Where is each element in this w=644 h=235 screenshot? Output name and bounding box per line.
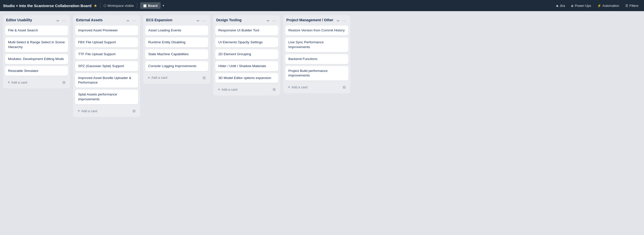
card-c14[interactable]: Console Logging Improvements	[145, 61, 208, 71]
column-design-tooling: Design Tooling⇔···Responsive UI Builder …	[213, 15, 280, 95]
automation-label: Automation	[603, 4, 619, 8]
board-title: Studio + Into the Scaniverse Collaborati…	[3, 4, 92, 8]
column-menu-button-ecs-expansion[interactable]: ···	[201, 18, 207, 23]
card-c16[interactable]: UI Elements Opacity Settings	[215, 37, 278, 47]
column-header-project-management: Project Management / Other⇔···	[285, 18, 348, 23]
column-external-assets: External Assets⇔···Improved Asset Previe…	[73, 15, 140, 117]
column-actions-ecs-expansion: ⇔···	[196, 18, 207, 23]
column-header-external-assets: External Assets⇔···	[75, 18, 138, 23]
column-expand-button-external-assets[interactable]: ⇔	[125, 18, 130, 23]
automation-button[interactable]: ⚡ Automation	[595, 3, 622, 9]
add-card-row-design-tooling: +Add a card⊟	[215, 85, 278, 93]
plus-icon: +	[148, 76, 150, 80]
board-view-button[interactable]: ▦ Board	[140, 2, 161, 9]
workspace-icon: ⬡	[103, 4, 106, 8]
plus-icon: +	[218, 87, 220, 91]
card-c11[interactable]: Asset Loading Events	[145, 26, 208, 35]
column-title-design-tooling: Design Tooling	[216, 18, 266, 22]
column-actions-editor-usability: ⇔···	[55, 18, 67, 23]
template-button-ecs-expansion[interactable]: ⊟	[201, 75, 207, 81]
add-card-button-editor-usability[interactable]: +Add a card	[6, 79, 29, 85]
template-button-design-tooling[interactable]: ⊟	[271, 86, 277, 92]
card-c2[interactable]: Multi-Select & Range Select in Scene Hie…	[5, 37, 68, 52]
add-card-button-external-assets[interactable]: +Add a card	[76, 108, 99, 114]
column-title-external-assets: External Assets	[76, 18, 125, 22]
card-c19[interactable]: 3D Model Editor options expansion	[215, 73, 278, 83]
card-c3[interactable]: Modules: Development Editing Mode	[5, 54, 68, 64]
card-c9[interactable]: Improved Asset Bundle Uploader & Perform…	[75, 73, 138, 88]
filters-button[interactable]: ☰ Filters	[623, 3, 641, 9]
card-c7[interactable]: TTF File Upload Support	[75, 49, 138, 59]
card-c8[interactable]: SPZ (Gaussian Splat) Support	[75, 61, 138, 71]
column-header-editor-usability: Editor Usability⇔···	[5, 18, 68, 23]
template-button-project-management[interactable]: ⊟	[341, 84, 347, 90]
workspace-label: Workspace visible	[108, 4, 134, 8]
jira-label: Jira	[560, 4, 565, 8]
board-menu-chevron[interactable]: ▾	[163, 4, 164, 7]
card-c1[interactable]: File & Asset Search	[5, 26, 68, 35]
add-card-button-ecs-expansion[interactable]: +Add a card	[146, 75, 169, 81]
add-card-label: Add a card	[81, 109, 97, 113]
powerups-button[interactable]: ⬖ Power-Ups	[569, 3, 594, 9]
card-c4[interactable]: Resizable Simulator	[5, 66, 68, 76]
bolt-icon: ⚡	[597, 4, 601, 8]
add-card-row-project-management: +Add a card⊟	[285, 83, 348, 91]
add-card-label: Add a card	[221, 88, 237, 91]
column-project-management: Project Management / Other⇔···Restore Ve…	[283, 15, 350, 93]
board-area: Editor Usability⇔···File & Asset SearchM…	[0, 11, 644, 121]
add-card-label: Add a card	[151, 76, 167, 80]
card-c22[interactable]: Backend Functions	[285, 54, 348, 64]
column-expand-button-project-management[interactable]: ⇔	[336, 18, 340, 23]
grid-icon: ▦	[143, 4, 146, 8]
column-header-ecs-expansion: ECS Expansion⇔···	[145, 18, 208, 23]
card-c10[interactable]: Splat Assets performance improvements	[75, 90, 138, 104]
card-c12[interactable]: Runtime Entity Disabling	[145, 37, 208, 47]
column-actions-project-management: ⇔···	[336, 18, 347, 23]
board-label: Board	[148, 4, 158, 8]
add-card-label: Add a card	[11, 81, 27, 84]
column-menu-button-editor-usability[interactable]: ···	[61, 18, 67, 23]
column-ecs-expansion: ECS Expansion⇔···Asset Loading EventsRun…	[143, 15, 210, 84]
column-header-design-tooling: Design Tooling⇔···	[215, 18, 278, 23]
add-card-label: Add a card	[291, 85, 307, 89]
card-c5[interactable]: Improved Asset Previewer	[75, 26, 138, 35]
card-c20[interactable]: Restore Version from Commit History	[285, 26, 348, 35]
column-menu-button-project-management[interactable]: ···	[341, 18, 347, 23]
column-expand-button-ecs-expansion[interactable]: ⇔	[196, 18, 200, 23]
column-title-ecs-expansion: ECS Expansion	[146, 18, 196, 22]
column-menu-button-design-tooling[interactable]: ···	[271, 18, 277, 23]
star-icon[interactable]: ★	[94, 3, 97, 8]
header: Studio + Into the Scaniverse Collaborati…	[0, 0, 644, 11]
powerups-icon: ⬖	[571, 4, 574, 8]
column-expand-button-editor-usability[interactable]: ⇔	[55, 18, 60, 23]
powerups-label: Power-Ups	[575, 4, 591, 8]
column-editor-usability: Editor Usability⇔···File & Asset SearchM…	[3, 15, 70, 88]
template-button-editor-usability[interactable]: ⊟	[61, 79, 67, 85]
card-c23[interactable]: Project Build performance improvements	[285, 66, 348, 81]
column-actions-design-tooling: ⇔···	[266, 18, 277, 23]
card-c13[interactable]: State Machine Capabilities	[145, 49, 208, 59]
template-button-external-assets[interactable]: ⊟	[131, 108, 137, 114]
jira-button[interactable]: ◈ Jira	[553, 3, 568, 9]
card-c17[interactable]: 2D Element Grouping	[215, 49, 278, 59]
add-card-row-ecs-expansion: +Add a card⊟	[145, 73, 208, 81]
header-right-actions: ◈ Jira ⬖ Power-Ups ⚡ Automation ☰ Filter…	[553, 3, 641, 9]
plus-icon: +	[8, 80, 10, 84]
column-actions-external-assets: ⇔···	[125, 18, 137, 23]
add-card-row-external-assets: +Add a card⊟	[75, 106, 138, 114]
card-c6[interactable]: FBX File Upload Support	[75, 37, 138, 47]
jira-icon: ◈	[556, 4, 559, 8]
add-card-button-design-tooling[interactable]: +Add a card	[216, 86, 239, 92]
column-menu-button-external-assets[interactable]: ···	[131, 18, 137, 23]
card-c18[interactable]: Hider / Unlit / Shadow Materials	[215, 61, 278, 71]
plus-icon: +	[78, 109, 80, 113]
card-c21[interactable]: Live Sync Performance Improvements	[285, 37, 348, 52]
add-card-row-editor-usability: +Add a card⊟	[5, 78, 68, 86]
column-expand-button-design-tooling[interactable]: ⇔	[266, 18, 270, 23]
workspace-visibility[interactable]: ⬡ Workspace visible	[103, 4, 134, 8]
plus-icon: +	[288, 85, 290, 89]
column-title-editor-usability: Editor Usability	[6, 18, 55, 22]
card-c15[interactable]: Responsive UI Builder Tool	[215, 26, 278, 35]
add-card-button-project-management[interactable]: +Add a card	[286, 84, 309, 90]
header-separator	[100, 3, 100, 8]
